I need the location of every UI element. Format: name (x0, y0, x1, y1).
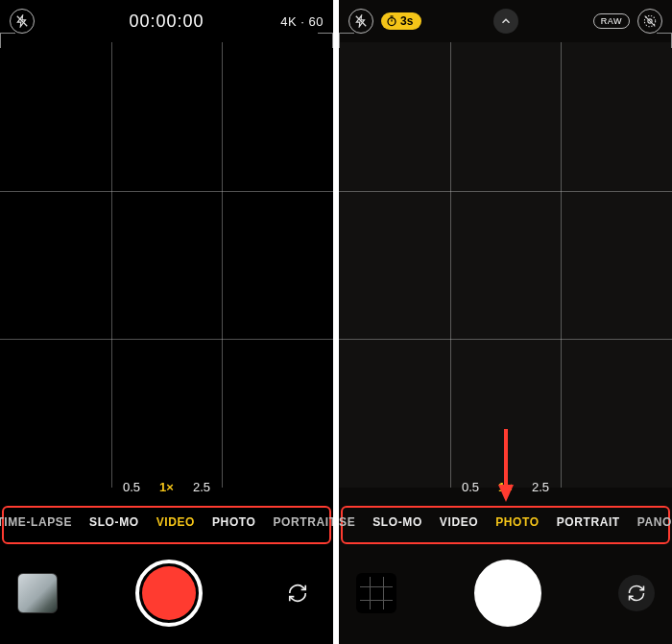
zoom-selector[interactable]: 0.5 1× 2.5 (123, 480, 210, 494)
raw-label: RAW (601, 16, 622, 26)
bottom-bar (0, 548, 333, 644)
top-bar: 3s RAW (339, 0, 672, 42)
raw-toggle[interactable]: RAW (593, 13, 630, 29)
gridline (339, 339, 672, 340)
mode-portrait[interactable]: PORTRAIT (548, 515, 629, 529)
annotation-arrow (497, 427, 515, 502)
live-photo-toggle[interactable] (637, 9, 662, 34)
viewfinder[interactable] (0, 42, 333, 488)
flip-camera-icon (627, 584, 646, 603)
recording-timer: 00:00:00 (129, 12, 204, 32)
mode-truncated[interactable]: SE (339, 515, 364, 529)
zoom-level-selected[interactable]: 1× (159, 480, 174, 494)
mode-pano[interactable]: PANO (629, 515, 672, 529)
controls-drawer-toggle[interactable] (493, 9, 518, 34)
flash-toggle[interactable] (348, 9, 373, 34)
gridline (0, 339, 333, 340)
camera-screen-photo: 3s RAW 0.5 1× 2.5 SE (339, 0, 672, 644)
mode-photo[interactable]: PHOTO (487, 515, 547, 529)
mode-slo-mo[interactable]: SLO-MO (364, 515, 431, 529)
camera-screen-video: 00:00:00 4K · 60 0.5 1× 2.5 TIME-LAPSE S… (0, 0, 333, 644)
arrow-down-icon (497, 427, 515, 502)
last-photo-thumbnail[interactable] (17, 573, 58, 613)
last-photo-thumbnail[interactable] (356, 573, 396, 613)
gridline (450, 42, 451, 488)
mode-time-lapse[interactable]: TIME-LAPSE (0, 515, 81, 529)
zoom-level[interactable]: 2.5 (532, 480, 549, 494)
gridline (222, 42, 223, 488)
live-photo-off-icon (642, 13, 658, 29)
zoom-level[interactable]: 0.5 (462, 480, 479, 494)
timer-badge-label: 3s (400, 14, 413, 28)
timer-icon (386, 15, 397, 27)
flash-off-icon (354, 14, 368, 28)
mode-selector[interactable]: SE SLO-MO VIDEO PHOTO PORTRAIT PANO (339, 506, 672, 538)
mode-portrait[interactable]: PORTRAIT (264, 515, 333, 529)
gridline (339, 191, 672, 192)
top-bar: 00:00:00 4K · 60 (0, 0, 333, 42)
chevron-up-icon (499, 14, 513, 28)
flip-camera-icon (287, 583, 308, 604)
mode-photo[interactable]: PHOTO (204, 515, 264, 529)
timer-badge[interactable]: 3s (381, 12, 421, 30)
mode-selector[interactable]: TIME-LAPSE SLO-MO VIDEO PHOTO PORTRAIT (0, 506, 333, 538)
record-icon (142, 566, 196, 620)
mode-video[interactable]: VIDEO (148, 515, 204, 529)
gridline (111, 42, 112, 488)
shutter-button[interactable] (135, 560, 203, 627)
flash-toggle[interactable] (10, 9, 35, 34)
viewfinder[interactable] (339, 42, 672, 488)
gridline (0, 191, 333, 192)
flash-off-icon (15, 14, 29, 28)
shutter-button[interactable] (474, 560, 541, 627)
flip-camera-button[interactable] (618, 575, 655, 611)
resolution-label[interactable]: 4K · 60 (280, 14, 324, 29)
zoom-level[interactable]: 0.5 (123, 480, 140, 494)
zoom-level[interactable]: 2.5 (193, 480, 210, 494)
gridline (561, 42, 562, 488)
mode-video[interactable]: VIDEO (431, 515, 487, 529)
mode-slo-mo[interactable]: SLO-MO (81, 515, 148, 529)
bottom-bar (339, 548, 672, 644)
flip-camera-button[interactable] (279, 575, 316, 611)
svg-marker-7 (498, 485, 514, 502)
